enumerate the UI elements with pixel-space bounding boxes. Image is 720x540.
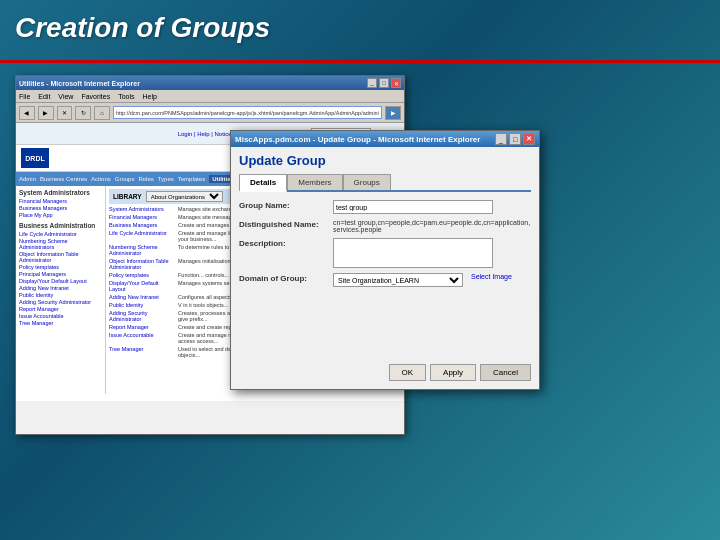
apply-button[interactable]: Apply [430,364,476,381]
tab-groups[interactable]: Groups [343,174,391,190]
dialog-tabs: Details Members Groups [239,174,531,192]
browser-controls: _ □ ✕ [367,78,401,88]
dialog-body: Update Group Details Members Groups Grou… [231,147,539,298]
sidebar-link-business[interactable]: Business Managers [19,205,102,211]
form-row-groupname: Group Name: [239,200,531,214]
groupname-label: Group Name: [239,200,329,210]
subnav-types[interactable]: Types [158,176,174,182]
sidebar-link-lifecycle[interactable]: Life Cycle Administrator [19,231,102,237]
sidebar-link-principal[interactable]: Principal Managers [19,271,102,277]
browser-menubar: File Edit View Favorites Tools Help [16,90,404,103]
minimize-button[interactable]: _ [367,78,377,88]
dialog-heading: Update Group [239,153,531,168]
menu-edit[interactable]: Edit [38,93,50,100]
role-name-report[interactable]: Report Manager [109,324,174,330]
role-name-objinfo[interactable]: Object Information Table Administrator [109,258,174,270]
select-image-link[interactable]: Select Image [471,273,512,280]
role-name-lifecycle[interactable]: Life Cycle Administrator [109,230,174,242]
role-name-issue[interactable]: Issue Accountable [109,332,174,344]
sidebar-link-policy[interactable]: Policy templates [19,264,102,270]
address-bar[interactable]: http://dcm.pan.com/PNMSApps/admin/panelc… [113,106,382,119]
sidebar-link-identity[interactable]: Public Identity [19,292,102,298]
dialog-footer: OK Apply Cancel [389,364,531,381]
role-name-business[interactable]: Business Managers [109,222,174,228]
sidebar-link-financial[interactable]: Financial Managers [19,198,102,204]
browser-title: Utilities - Microsoft Internet Explorer [19,80,140,87]
description-input[interactable] [333,238,493,268]
drdl-logo: DRDL [21,148,49,168]
refresh-button[interactable]: ↻ [75,106,91,120]
role-name-financial[interactable]: Financial Managers [109,214,174,220]
browser-toolbar: ◀ ▶ ✕ ↻ ⌂ http://dcm.pan.com/PNMSApps/ad… [16,103,404,123]
role-name-tree[interactable]: Tree Manager [109,346,174,358]
form-row-domain: Domain of Group: Site Organization_LEARN… [239,273,531,287]
dialog-close-button[interactable]: ✕ [523,133,535,145]
sidebar-link-objinfo[interactable]: Object Information Table Administrator [19,251,102,263]
menu-view[interactable]: View [58,93,73,100]
sidebar-heading-2: Business Administration [19,222,102,229]
form-row-description: Description: [239,238,531,268]
domain-select[interactable]: Site Organization_LEARN [333,273,463,287]
role-name-security[interactable]: Adding Security Administrator [109,310,174,322]
domain-label: Domain of Group: [239,273,329,283]
slide-title: Creation of Groups [15,12,270,44]
sidebar-link-issue[interactable]: Issue Accountable [19,313,102,319]
groupname-input[interactable] [333,200,493,214]
sidebar-section-sysadmin: System Administrators Financial Managers… [19,189,102,218]
sidebar-link-tree[interactable]: Tree Manager [19,320,102,326]
dialog-titlebar: MiscApps.pdm.com - Update Group - Micros… [231,131,539,147]
dialog-minimize-button[interactable]: _ [495,133,507,145]
tab-details[interactable]: Details [239,174,287,192]
sidebar: System Administrators Financial Managers… [16,186,106,394]
subnav-templates[interactable]: Templates [178,176,205,182]
role-name-sysadmin[interactable]: System Administrators [109,206,174,212]
subnav-roles[interactable]: Roles [138,176,153,182]
library-label: LIBRARY [113,193,142,200]
role-name-display[interactable]: Display/Your Default Layout [109,280,174,292]
home-button[interactable]: ⌂ [94,106,110,120]
maximize-button[interactable]: □ [379,78,389,88]
sidebar-link-intranet[interactable]: Adding New Intranet [19,285,102,291]
go-button[interactable]: ▶ [385,106,401,120]
subnav-business[interactable]: Business Centres [40,176,87,182]
sidebar-link-display[interactable]: Display/Your Default Layout [19,278,102,284]
update-group-dialog: MiscApps.pdm.com - Update Group - Micros… [230,130,540,390]
form-row-dn: Distinguished Name: cn=test group,cn=peo… [239,219,531,233]
ok-button[interactable]: OK [389,364,427,381]
subnav-groups[interactable]: Groups [115,176,135,182]
role-name-policy[interactable]: Policy templates [109,272,174,278]
address-text: http://dcm.pan.com/PNMSApps/admin/panelc… [116,110,379,116]
browser-titlebar: Utilities - Microsoft Internet Explorer … [16,76,404,90]
sidebar-section-bizadmin: Business Administration Life Cycle Admin… [19,222,102,326]
dialog-maximize-button[interactable]: □ [509,133,521,145]
dialog-title: MiscApps.pdm.com - Update Group - Micros… [235,135,480,144]
sidebar-link-security[interactable]: Adding Security Administrator [19,299,102,305]
sidebar-link-placeapp[interactable]: Place My App [19,212,102,218]
stop-button[interactable]: ✕ [57,106,73,120]
subnav-admin[interactable]: Admin [19,176,36,182]
description-label: Description: [239,238,329,248]
sidebar-link-report[interactable]: Report Manager [19,306,102,312]
title-underline [0,60,720,63]
sidebar-link-numbering[interactable]: Numbering Scheme Administrators [19,238,102,250]
menu-tools[interactable]: Tools [118,93,134,100]
slide-background: Creation of Groups Utilities - Microsoft… [0,0,720,540]
dn-value: cn=test group,cn=people,dc=pam.eu=people… [333,219,531,233]
menu-help[interactable]: Help [143,93,157,100]
org-select[interactable]: About Organizations [146,191,223,202]
role-name-numbering[interactable]: Numbering Scheme Administrator [109,244,174,256]
tab-members[interactable]: Members [287,174,342,190]
sidebar-heading-1: System Administrators [19,189,102,196]
menu-file[interactable]: File [19,93,30,100]
cancel-button[interactable]: Cancel [480,364,531,381]
forward-button[interactable]: ▶ [38,106,54,120]
close-button[interactable]: ✕ [391,78,401,88]
dialog-controls: _ □ ✕ [495,133,535,145]
role-name-intranet[interactable]: Adding New Intranet [109,294,174,300]
dn-label: Distinguished Name: [239,219,329,229]
subnav-actions[interactable]: Actions [91,176,111,182]
role-name-identity[interactable]: Public Identity [109,302,174,308]
menu-favorites[interactable]: Favorites [81,93,110,100]
back-button[interactable]: ◀ [19,106,35,120]
